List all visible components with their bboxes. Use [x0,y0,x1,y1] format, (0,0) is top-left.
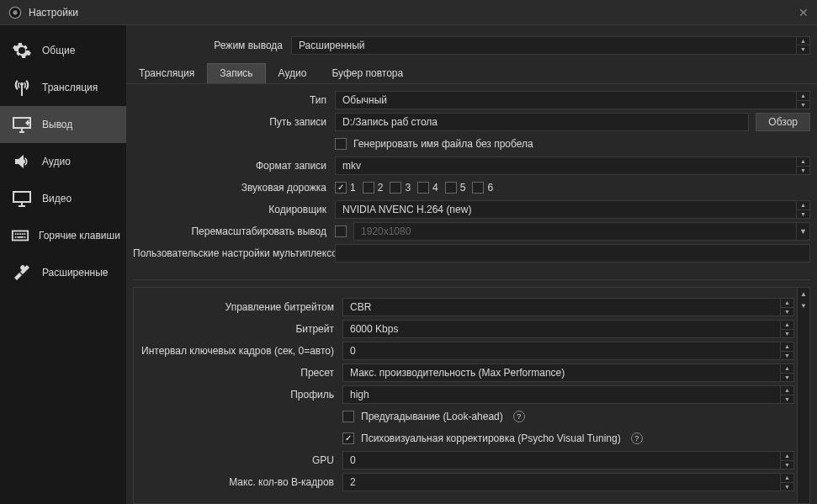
select-value: Макс. производительность (Max Performanc… [350,367,565,379]
psycho-label: Психовизуальная корректировка (Psycho Vi… [361,432,621,444]
track-5-checkbox[interactable] [445,182,457,194]
mux-label: Пользовательские настройки мультиплексор… [133,247,335,259]
sidebar-item-hotkeys[interactable]: Горячие клавиши [0,217,126,254]
psycho-checkbox[interactable] [342,432,354,444]
tab-replay-buffer[interactable]: Буфер повтора [319,63,416,83]
updown-icon: ▲▼ [796,201,809,218]
browse-button[interactable]: Обзор [756,113,810,131]
gear-icon [10,39,34,62]
monitor-icon [10,187,34,210]
lookahead-label: Предугадывание (Look-ahead) [361,411,503,422]
updown-icon: ▲▼ [796,37,809,54]
svg-rect-3 [13,231,28,241]
updown-icon: ▲▼ [780,342,793,359]
gpu-spinner[interactable]: 0▲▼ [342,451,794,470]
bitrate-label: Битрейт [141,323,342,335]
spinner-value: 0 [350,345,356,357]
updown-icon: ▲▼ [780,364,793,381]
updown-icon: ▲▼ [780,452,793,469]
select-placeholder: 1920x1080 [361,225,411,237]
track-3-label: 3 [405,182,411,194]
encoder-select[interactable]: NVIDIA NVENC H.264 (new) ▲▼ [335,200,810,219]
chevron-down-icon: ▼ [796,223,809,240]
sidebar-item-output[interactable]: Вывод [0,106,126,143]
profile-select[interactable]: high▲▼ [342,385,794,404]
spinner-value: 0 [350,454,356,466]
sidebar-item-label: Горячие клавиши [39,230,120,241]
track-6-checkbox[interactable] [472,182,484,194]
rec-path-input[interactable]: D:/Запись раб стола [335,113,749,131]
updown-icon: ▲▼ [780,386,793,403]
gen-filename-nospace-label: Генерировать имя файла без пробела [353,138,533,150]
keyboard-icon [10,224,30,247]
rescale-select[interactable]: 1920x1080 ▼ [353,222,810,241]
preset-select[interactable]: Макс. производительность (Max Performanc… [342,363,794,382]
sidebar-item-general[interactable]: Общие [0,32,126,69]
mux-input[interactable] [335,244,810,263]
sidebar-item-video[interactable]: Видео [0,180,126,217]
track-3-checkbox[interactable] [390,182,401,194]
tab-recording[interactable]: Запись [207,63,265,83]
bframes-spinner[interactable]: 2▲▼ [342,473,794,491]
updown-icon: ▲▼ [780,299,793,316]
sidebar-item-label: Трансляция [42,82,98,93]
rec-type-select[interactable]: Обычный ▲▼ [335,91,810,109]
track-6-label: 6 [487,182,493,194]
help-icon[interactable]: ? [631,432,643,444]
window-close-button[interactable]: ✕ [798,6,809,19]
select-value: Обычный [342,94,387,106]
encoder-settings-group: ▲▼ Управление битрейтом CBR▲▼ Битрейт 60… [133,287,810,504]
input-value: D:/Запись раб стола [342,116,438,128]
tab-streaming[interactable]: Трансляция [126,63,207,83]
help-icon[interactable]: ? [513,411,525,422]
encoder-label: Кодировщик [133,204,335,215]
bframes-label: Макс. кол-во B-кадров [141,476,342,488]
tab-audio[interactable]: Аудио [266,63,320,83]
sidebar-item-audio[interactable]: Аудио [0,143,126,180]
rec-path-label: Путь записи [133,116,335,128]
speaker-icon [10,150,34,173]
track-4-label: 4 [432,182,438,194]
output-mode-label: Режим вывода [133,40,291,51]
content-area: Режим вывода Расширенный ▲▼ Трансляция З… [126,25,817,504]
track-2-label: 2 [378,182,384,194]
tools-icon [10,261,34,284]
audio-tracks-label: Звуковая дорожка [133,182,335,194]
updown-icon: ▲▼ [780,321,793,337]
app-logo [8,6,22,19]
track-4-checkbox[interactable] [417,182,429,194]
monitor-arrow-icon [10,113,34,136]
select-value: NVIDIA NVENC H.264 (new) [342,204,471,215]
track-5-label: 5 [460,182,466,194]
preset-label: Пресет [141,367,342,379]
sidebar-item-label: Аудио [42,156,71,167]
bitrate-spinner[interactable]: 6000 Kbps▲▼ [342,320,794,338]
sidebar-item-label: Вывод [42,119,72,130]
spinner-value: 2 [350,476,356,488]
updown-icon: ▲▼ [780,474,793,491]
svg-point-2 [20,82,24,86]
sidebar-item-label: Видео [42,193,72,204]
keyint-spinner[interactable]: 0▲▼ [342,342,794,360]
lookahead-checkbox[interactable] [342,411,354,422]
track-1-checkbox[interactable] [335,182,347,194]
rescale-checkbox[interactable] [335,225,347,237]
sidebar: Общие Трансляция Вывод Аудио Видео Горяч… [0,25,126,504]
sidebar-item-stream[interactable]: Трансляция [0,69,126,106]
rate-control-select[interactable]: CBR▲▼ [342,298,794,316]
gpu-label: GPU [141,454,342,466]
encoder-scrollbar[interactable]: ▲▼ [797,287,810,504]
window-title: Настройки [29,7,798,19]
antenna-icon [10,76,34,99]
gen-filename-nospace-checkbox[interactable] [335,138,347,150]
output-mode-select[interactable]: Расширенный ▲▼ [291,36,810,55]
rec-format-select[interactable]: mkv ▲▼ [335,157,810,175]
updown-icon: ▲▼ [796,157,809,174]
sidebar-item-advanced[interactable]: Расширенные [0,254,126,291]
spinner-value: 6000 Kbps [350,323,398,335]
rec-format-label: Формат записи [133,160,335,172]
track-2-checkbox[interactable] [363,182,374,194]
sidebar-item-label: Общие [42,45,75,56]
profile-label: Профиль [141,389,342,401]
updown-icon: ▲▼ [796,92,809,109]
